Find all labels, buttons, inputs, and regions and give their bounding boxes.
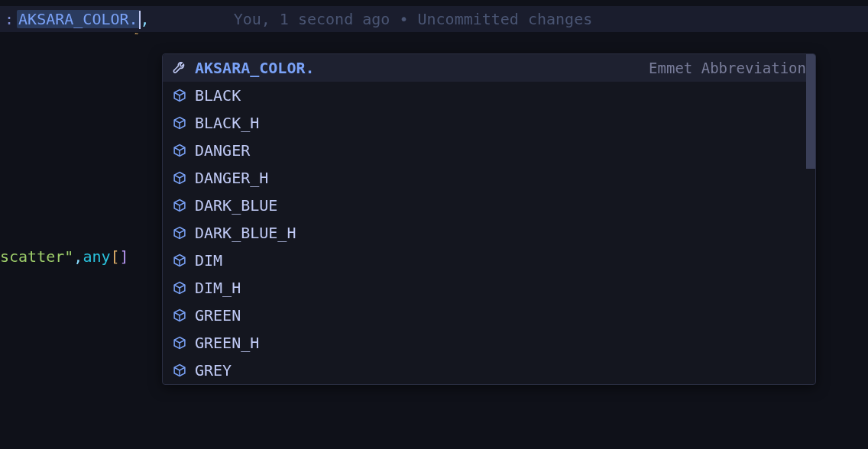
autocomplete-item[interactable]: DANGER_H	[163, 164, 815, 192]
cube-icon	[172, 335, 187, 350]
cube-icon	[172, 308, 187, 323]
autocomplete-popup[interactable]: AKSARA_COLOR.Emmet AbbreviationBLACKBLAC…	[162, 53, 816, 385]
autocomplete-item[interactable]: BLACK_H	[163, 109, 815, 137]
cube-icon	[172, 198, 187, 213]
autocomplete-item-label: DIM_H	[195, 279, 806, 297]
autocomplete-item-label: BLACK	[195, 86, 806, 105]
autocomplete-item-label: DANGER	[195, 141, 806, 160]
cube-icon	[172, 280, 187, 296]
autocomplete-item[interactable]: DARK_BLUE	[163, 192, 815, 219]
comma: ,	[73, 247, 83, 266]
typed-token: AKSARA_COLOR.	[17, 10, 140, 28]
scrollbar-thumb[interactable]	[806, 54, 815, 169]
autocomplete-item[interactable]: DIM	[163, 247, 815, 274]
autocomplete-item-label: AKSARA_COLOR.	[195, 59, 641, 77]
any-keyword: any	[83, 247, 110, 266]
autocomplete-item[interactable]: GREY	[163, 357, 815, 384]
autocomplete-item-label: DANGER_H	[195, 169, 806, 187]
autocomplete-item-detail: Emmet Abbreviation	[649, 60, 806, 76]
wrench-icon	[172, 60, 187, 76]
autocomplete-item[interactable]: BLACK	[163, 82, 815, 109]
editor-current-line[interactable]: : AKSARA_COLOR. , You, 1 second ago • Un…	[0, 6, 868, 32]
git-blame-annotation: You, 1 second ago • Uncommitted changes	[234, 10, 593, 28]
autocomplete-item-label: GREEN	[195, 306, 806, 325]
cube-icon	[172, 253, 187, 268]
autocomplete-item[interactable]: DIM_H	[163, 274, 815, 302]
cube-icon	[172, 143, 187, 158]
autocomplete-item[interactable]: DARK_BLUE_H	[163, 219, 815, 247]
autocomplete-item[interactable]: GREEN	[163, 302, 815, 329]
autocomplete-item-label: DARK_BLUE_H	[195, 224, 806, 242]
autocomplete-item-label: GREEN_H	[195, 334, 806, 352]
cube-icon	[172, 225, 187, 241]
string-literal: scatter"	[0, 247, 73, 266]
autocomplete-item[interactable]: DANGER	[163, 137, 815, 164]
autocomplete-item[interactable]: GREEN_H	[163, 329, 815, 357]
cube-icon	[172, 115, 187, 131]
cursor-position	[140, 9, 141, 29]
bracket-close: ]	[120, 247, 129, 266]
code-line-snippet[interactable]: scatter" , any [ ]	[0, 247, 129, 266]
autocomplete-item-label: BLACK_H	[195, 114, 806, 132]
warning-squiggle: ˜	[134, 32, 139, 43]
line-prefix: :	[0, 10, 14, 28]
scrollbar-track[interactable]	[806, 54, 815, 384]
autocomplete-item[interactable]: AKSARA_COLOR.Emmet Abbreviation	[163, 54, 815, 82]
comma-token: ,	[141, 10, 150, 28]
cube-icon	[172, 363, 187, 378]
cube-icon	[172, 88, 187, 103]
bracket-open: [	[111, 247, 120, 266]
cube-icon	[172, 170, 187, 186]
autocomplete-item-label: DARK_BLUE	[195, 196, 806, 215]
autocomplete-item-label: DIM	[195, 251, 806, 270]
text-cursor	[139, 11, 141, 29]
autocomplete-item-label: GREY	[195, 361, 806, 380]
